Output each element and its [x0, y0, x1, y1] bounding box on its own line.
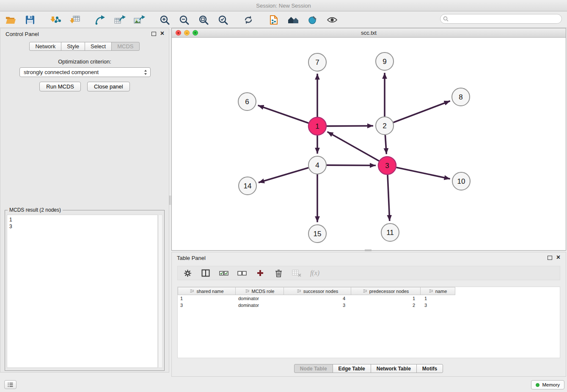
close-panel-button[interactable]: Close panel [87, 82, 130, 91]
tab-mcds[interactable]: MCDS [111, 42, 139, 51]
tab-select[interactable]: Select [85, 42, 112, 51]
table-cell[interactable]: 4 [284, 296, 352, 301]
table-row[interactable]: 1dominator411 [178, 295, 560, 302]
global-search-field[interactable] [440, 14, 562, 24]
window-titlebar[interactable]: Session: New Session [0, 0, 567, 11]
column-header-successor-nodes[interactable]: successor nodes [284, 287, 351, 295]
maximize-window-icon[interactable]: + [193, 30, 198, 36]
close-panel-icon[interactable]: × [160, 29, 164, 38]
column-header-name[interactable]: name [420, 287, 455, 295]
tab-network-table[interactable]: Network Table [371, 364, 417, 373]
zoom-fit-button[interactable] [197, 14, 210, 26]
table-cell[interactable]: 1 [178, 296, 236, 301]
tab-edge-table[interactable]: Edge Table [333, 364, 371, 373]
tab-network[interactable]: Network [29, 42, 61, 51]
tab-node-table[interactable]: Node Table [294, 364, 333, 373]
network-file-button[interactable] [267, 14, 280, 26]
table-cell[interactable]: 3 [178, 303, 236, 308]
node-7[interactable]: 7 [308, 53, 326, 71]
table-settings-button[interactable] [182, 268, 193, 279]
table-cell[interactable]: 2 [352, 303, 422, 308]
delete-column-button[interactable] [273, 268, 284, 279]
open-session-button[interactable] [4, 14, 17, 26]
zoom-out-button[interactable] [178, 14, 190, 26]
mcds-result-line: 1 [9, 216, 155, 223]
table-cell[interactable]: 3 [422, 303, 457, 308]
edge-1-2[interactable] [327, 126, 373, 126]
tab-motifs[interactable]: Motifs [416, 364, 443, 373]
node-10[interactable]: 10 [452, 172, 470, 190]
node-14[interactable]: 14 [239, 177, 256, 195]
node-2[interactable]: 2 [376, 117, 394, 135]
show-columns-button[interactable] [200, 268, 211, 279]
column-header-shared-name[interactable]: shared name [178, 287, 236, 295]
edge-2-8[interactable] [394, 101, 450, 123]
column-header-MCDS-role[interactable]: MCDS role [235, 287, 284, 295]
network-window-titlebar[interactable]: × − + scc.txt [172, 28, 566, 38]
horizontal-splitter-handle[interactable] [365, 249, 372, 251]
export-image-button[interactable] [133, 14, 146, 26]
unselect-all-columns-button[interactable] [237, 268, 248, 279]
node-9[interactable]: 9 [376, 52, 394, 70]
minimize-window-icon[interactable]: − [184, 30, 190, 36]
run-mcds-button[interactable]: Run MCDS [39, 82, 81, 91]
network-graph[interactable]: 7968124314101511 [172, 38, 566, 250]
export-table-button[interactable] [113, 14, 126, 26]
table-cell[interactable]: 1 [422, 296, 457, 301]
network-canvas[interactable]: 7968124314101511 [172, 38, 566, 250]
create-column-button[interactable] [255, 268, 266, 279]
column-header-predecessor-nodes[interactable]: predecessor nodes [351, 287, 421, 295]
select-all-columns-button[interactable] [218, 268, 229, 279]
zoom-in-button[interactable] [158, 14, 171, 26]
table-cell[interactable]: dominator [236, 303, 284, 308]
zoom-selected-button[interactable] [217, 14, 229, 26]
edge-3-1[interactable] [328, 132, 379, 161]
style-button[interactable] [306, 14, 319, 26]
edge-3-10[interactable] [396, 168, 450, 179]
node-3[interactable]: 3 [378, 157, 396, 174]
show-details-button[interactable] [326, 14, 339, 26]
delete-table-button [291, 268, 302, 279]
export-network-button[interactable] [94, 14, 107, 26]
table-cell[interactable]: 3 [284, 303, 352, 308]
edge-4-3[interactable] [327, 165, 376, 166]
apply-function-button: f(x) [309, 268, 320, 279]
node-1[interactable]: 1 [308, 117, 326, 135]
show-panels-button[interactable] [4, 380, 17, 389]
vertical-splitter-handle[interactable] [169, 196, 171, 205]
columns-icon [201, 269, 210, 277]
node-15[interactable]: 15 [308, 225, 326, 243]
result-scrollbar[interactable] [158, 215, 162, 368]
memory-button[interactable]: Memory [531, 380, 564, 389]
table-cell[interactable]: dominator [236, 296, 284, 301]
criterion-dropdown[interactable]: strongly connected component [19, 67, 151, 77]
save-session-button[interactable] [24, 14, 36, 26]
search-icon [443, 16, 449, 22]
node-4[interactable]: 4 [308, 156, 326, 174]
home-icon [287, 15, 299, 25]
float-table-panel-icon[interactable] [548, 256, 552, 260]
home-button[interactable] [287, 14, 300, 26]
node-8[interactable]: 8 [452, 88, 470, 106]
dropdown-stepper-icon [143, 69, 148, 76]
global-search-input[interactable] [450, 16, 559, 22]
tab-style[interactable]: Style [61, 42, 85, 51]
node-11[interactable]: 11 [381, 224, 399, 241]
node-6[interactable]: 6 [238, 93, 256, 110]
refresh-button[interactable] [242, 14, 255, 26]
node-table-header: shared nameMCDS rolesuccessor nodesprede… [178, 287, 560, 295]
edge-3-11[interactable] [388, 175, 390, 221]
float-panel-icon[interactable] [151, 32, 156, 36]
import-network-button[interactable] [49, 14, 62, 26]
close-table-panel-icon[interactable]: × [556, 253, 560, 262]
edge-1-6[interactable] [258, 105, 309, 123]
table-cell[interactable]: 1 [352, 296, 422, 301]
table-row[interactable]: 3dominator323 [178, 302, 560, 309]
edge-2-3[interactable] [385, 135, 386, 154]
control-panel-header: Control Panel × [0, 28, 169, 39]
close-window-icon[interactable]: × [176, 30, 181, 36]
mcds-result-title: MCDS result (2 nodes) [8, 207, 63, 213]
edge-4-14[interactable] [259, 168, 308, 182]
import-table-button[interactable] [69, 14, 81, 26]
svg-text:7: 7 [315, 58, 319, 66]
